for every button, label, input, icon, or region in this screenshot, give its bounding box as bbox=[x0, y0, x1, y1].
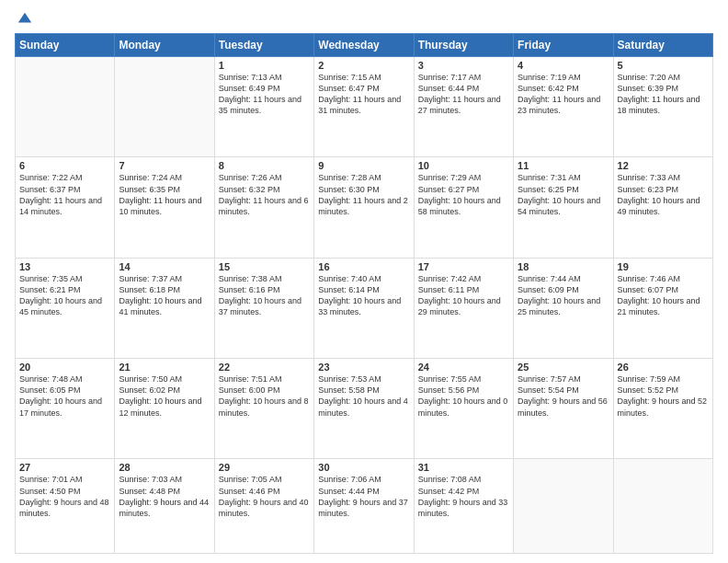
day-cell: 23Sunrise: 7:53 AM Sunset: 5:58 PM Dayli… bbox=[314, 359, 414, 459]
week-row-4: 27Sunrise: 7:01 AM Sunset: 4:50 PM Dayli… bbox=[16, 459, 713, 554]
day-cell bbox=[613, 459, 712, 554]
day-number: 6 bbox=[19, 160, 110, 171]
day-number: 22 bbox=[219, 362, 310, 373]
day-number: 14 bbox=[119, 261, 210, 272]
day-number: 23 bbox=[318, 362, 409, 373]
day-info: Sunrise: 7:55 AM Sunset: 5:56 PM Dayligh… bbox=[418, 373, 509, 419]
day-number: 4 bbox=[518, 60, 609, 71]
day-number: 11 bbox=[518, 160, 609, 171]
day-info: Sunrise: 7:31 AM Sunset: 6:25 PM Dayligh… bbox=[518, 172, 609, 217]
day-cell: 12Sunrise: 7:33 AM Sunset: 6:23 PM Dayli… bbox=[613, 157, 712, 258]
day-info: Sunrise: 7:19 AM Sunset: 6:42 PM Dayligh… bbox=[518, 72, 609, 117]
day-cell: 7Sunrise: 7:24 AM Sunset: 6:35 PM Daylig… bbox=[115, 157, 214, 258]
day-cell: 29Sunrise: 7:05 AM Sunset: 4:46 PM Dayli… bbox=[214, 459, 313, 554]
day-info: Sunrise: 7:37 AM Sunset: 6:18 PM Dayligh… bbox=[119, 273, 210, 318]
day-cell: 14Sunrise: 7:37 AM Sunset: 6:18 PM Dayli… bbox=[115, 258, 214, 358]
day-header-wednesday: Wednesday bbox=[314, 34, 414, 57]
week-row-0: 1Sunrise: 7:13 AM Sunset: 6:49 PM Daylig… bbox=[16, 57, 713, 157]
day-cell: 25Sunrise: 7:57 AM Sunset: 5:54 PM Dayli… bbox=[514, 359, 613, 459]
day-number: 30 bbox=[318, 462, 409, 473]
day-number: 7 bbox=[119, 160, 210, 171]
day-number: 3 bbox=[418, 60, 509, 71]
day-cell: 18Sunrise: 7:44 AM Sunset: 6:09 PM Dayli… bbox=[514, 258, 613, 358]
day-cell: 16Sunrise: 7:40 AM Sunset: 6:14 PM Dayli… bbox=[314, 258, 414, 358]
day-info: Sunrise: 7:44 AM Sunset: 6:09 PM Dayligh… bbox=[518, 273, 609, 318]
day-info: Sunrise: 7:51 AM Sunset: 6:00 PM Dayligh… bbox=[219, 373, 310, 419]
day-cell: 31Sunrise: 7:08 AM Sunset: 4:42 PM Dayli… bbox=[414, 459, 513, 554]
day-cell: 1Sunrise: 7:13 AM Sunset: 6:49 PM Daylig… bbox=[214, 57, 313, 157]
day-number: 10 bbox=[418, 160, 509, 171]
day-cell: 9Sunrise: 7:28 AM Sunset: 6:30 PM Daylig… bbox=[314, 157, 414, 258]
day-number: 12 bbox=[618, 160, 709, 171]
day-cell: 27Sunrise: 7:01 AM Sunset: 4:50 PM Dayli… bbox=[16, 459, 115, 554]
day-cell: 20Sunrise: 7:48 AM Sunset: 6:05 PM Dayli… bbox=[16, 359, 115, 459]
week-row-2: 13Sunrise: 7:35 AM Sunset: 6:21 PM Dayli… bbox=[16, 258, 713, 358]
day-number: 16 bbox=[318, 261, 409, 272]
week-row-3: 20Sunrise: 7:48 AM Sunset: 6:05 PM Dayli… bbox=[16, 359, 713, 459]
day-header-tuesday: Tuesday bbox=[214, 34, 313, 57]
day-number: 13 bbox=[19, 261, 110, 272]
day-header-friday: Friday bbox=[514, 34, 613, 57]
day-number: 9 bbox=[318, 160, 409, 171]
day-cell: 15Sunrise: 7:38 AM Sunset: 6:16 PM Dayli… bbox=[214, 258, 313, 358]
day-cell: 28Sunrise: 7:03 AM Sunset: 4:48 PM Dayli… bbox=[115, 459, 214, 554]
day-number: 27 bbox=[19, 462, 110, 473]
day-cell: 19Sunrise: 7:46 AM Sunset: 6:07 PM Dayli… bbox=[613, 258, 712, 358]
day-cell: 22Sunrise: 7:51 AM Sunset: 6:00 PM Dayli… bbox=[214, 359, 313, 459]
day-cell: 26Sunrise: 7:59 AM Sunset: 5:52 PM Dayli… bbox=[613, 359, 712, 459]
day-info: Sunrise: 7:03 AM Sunset: 4:48 PM Dayligh… bbox=[119, 474, 210, 519]
day-number: 8 bbox=[219, 160, 310, 171]
day-cell: 30Sunrise: 7:06 AM Sunset: 4:44 PM Dayli… bbox=[314, 459, 414, 554]
day-cell: 11Sunrise: 7:31 AM Sunset: 6:25 PM Dayli… bbox=[514, 157, 613, 258]
day-cell: 6Sunrise: 7:22 AM Sunset: 6:37 PM Daylig… bbox=[16, 157, 115, 258]
day-info: Sunrise: 7:13 AM Sunset: 6:49 PM Dayligh… bbox=[219, 72, 310, 117]
day-number: 17 bbox=[418, 261, 509, 272]
day-header-sunday: Sunday bbox=[16, 34, 115, 57]
day-info: Sunrise: 7:24 AM Sunset: 6:35 PM Dayligh… bbox=[119, 172, 210, 217]
day-cell: 24Sunrise: 7:55 AM Sunset: 5:56 PM Dayli… bbox=[414, 359, 513, 459]
day-info: Sunrise: 7:48 AM Sunset: 6:05 PM Dayligh… bbox=[19, 373, 110, 419]
day-number: 18 bbox=[518, 261, 609, 272]
day-cell: 10Sunrise: 7:29 AM Sunset: 6:27 PM Dayli… bbox=[414, 157, 513, 258]
day-info: Sunrise: 7:46 AM Sunset: 6:07 PM Dayligh… bbox=[618, 273, 709, 318]
day-number: 31 bbox=[418, 462, 509, 473]
day-number: 21 bbox=[119, 362, 210, 373]
calendar-header-row: SundayMondayTuesdayWednesdayThursdayFrid… bbox=[16, 34, 713, 57]
header bbox=[15, 11, 713, 28]
day-info: Sunrise: 7:28 AM Sunset: 6:30 PM Dayligh… bbox=[318, 172, 409, 217]
day-info: Sunrise: 7:57 AM Sunset: 5:54 PM Dayligh… bbox=[518, 373, 609, 419]
day-cell: 4Sunrise: 7:19 AM Sunset: 6:42 PM Daylig… bbox=[514, 57, 613, 157]
day-number: 5 bbox=[618, 60, 709, 71]
logo bbox=[15, 11, 33, 28]
day-cell bbox=[514, 459, 613, 554]
day-header-monday: Monday bbox=[115, 34, 214, 57]
day-number: 28 bbox=[119, 462, 210, 473]
day-number: 1 bbox=[219, 60, 310, 71]
day-cell: 21Sunrise: 7:50 AM Sunset: 6:02 PM Dayli… bbox=[115, 359, 214, 459]
day-number: 24 bbox=[418, 362, 509, 373]
day-info: Sunrise: 7:01 AM Sunset: 4:50 PM Dayligh… bbox=[19, 474, 110, 519]
day-cell: 3Sunrise: 7:17 AM Sunset: 6:44 PM Daylig… bbox=[414, 57, 513, 157]
day-number: 26 bbox=[618, 362, 709, 373]
day-cell: 13Sunrise: 7:35 AM Sunset: 6:21 PM Dayli… bbox=[16, 258, 115, 358]
day-header-thursday: Thursday bbox=[414, 34, 513, 57]
day-info: Sunrise: 7:38 AM Sunset: 6:16 PM Dayligh… bbox=[219, 273, 310, 318]
day-cell: 5Sunrise: 7:20 AM Sunset: 6:39 PM Daylig… bbox=[613, 57, 712, 157]
day-cell bbox=[115, 57, 214, 157]
day-cell: 17Sunrise: 7:42 AM Sunset: 6:11 PM Dayli… bbox=[414, 258, 513, 358]
day-info: Sunrise: 7:59 AM Sunset: 5:52 PM Dayligh… bbox=[618, 373, 709, 419]
day-info: Sunrise: 7:17 AM Sunset: 6:44 PM Dayligh… bbox=[418, 72, 509, 117]
week-row-1: 6Sunrise: 7:22 AM Sunset: 6:37 PM Daylig… bbox=[16, 157, 713, 258]
calendar: SundayMondayTuesdayWednesdayThursdayFrid… bbox=[15, 33, 713, 554]
day-info: Sunrise: 7:35 AM Sunset: 6:21 PM Dayligh… bbox=[19, 273, 110, 318]
svg-marker-0 bbox=[18, 13, 31, 23]
day-info: Sunrise: 7:08 AM Sunset: 4:42 PM Dayligh… bbox=[418, 474, 509, 519]
day-cell: 2Sunrise: 7:15 AM Sunset: 6:47 PM Daylig… bbox=[314, 57, 414, 157]
day-info: Sunrise: 7:53 AM Sunset: 5:58 PM Dayligh… bbox=[318, 373, 409, 419]
day-cell bbox=[16, 57, 115, 157]
day-number: 15 bbox=[219, 261, 310, 272]
day-info: Sunrise: 7:50 AM Sunset: 6:02 PM Dayligh… bbox=[119, 373, 210, 419]
day-info: Sunrise: 7:06 AM Sunset: 4:44 PM Dayligh… bbox=[318, 474, 409, 519]
day-info: Sunrise: 7:22 AM Sunset: 6:37 PM Dayligh… bbox=[19, 172, 110, 217]
page: SundayMondayTuesdayWednesdayThursdayFrid… bbox=[0, 0, 728, 563]
